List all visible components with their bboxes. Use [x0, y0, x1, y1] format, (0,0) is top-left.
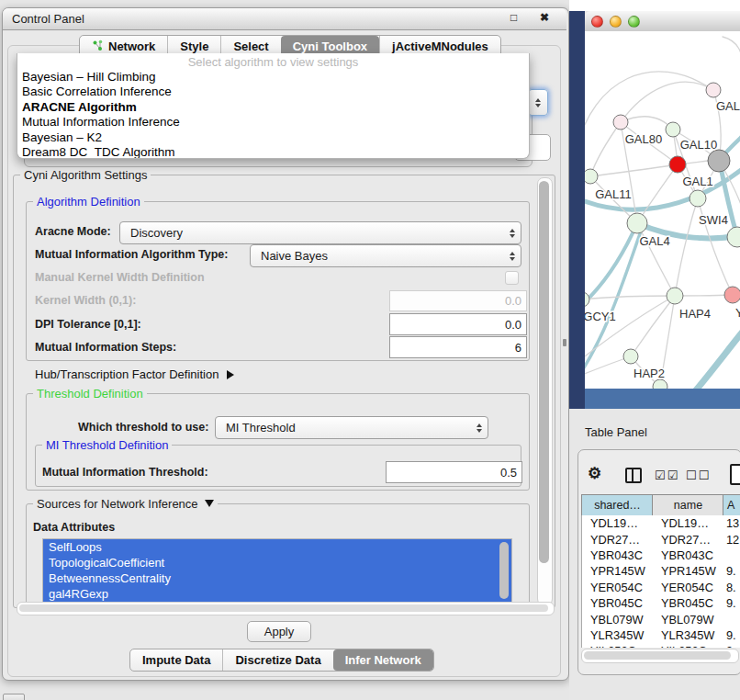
column-header-shared-name[interactable]: shared…: [581, 494, 654, 516]
hub-tf-definition-toggle[interactable]: Hub/Transcription Factor Definition: [35, 367, 234, 381]
which-threshold-combobox[interactable]: MI Threshold: [215, 416, 488, 439]
sources-title: Sources for Network Inference: [37, 497, 198, 511]
network-node-label: SWI4: [699, 213, 728, 227]
apply-button[interactable]: Apply: [247, 621, 311, 642]
close-icon[interactable]: ✖: [540, 12, 549, 23]
manual-kernel-checkbox[interactable]: [505, 271, 519, 285]
deselect-all-columns-icon[interactable]: ☐☐: [686, 469, 711, 482]
network-node-label: GAL: [716, 99, 740, 113]
network-edge[interactable]: [621, 117, 673, 130]
algorithm-option[interactable]: Basic Correlation Inference: [17, 85, 529, 99]
column-header-name[interactable]: name: [652, 494, 724, 516]
table-row[interactable]: YBR043CYBR043C: [582, 548, 740, 563]
kernel-width-field[interactable]: 0.0: [389, 290, 527, 311]
float-icon[interactable]: □: [510, 12, 517, 23]
dpi-tolerance-field[interactable]: 0.0: [389, 313, 527, 335]
data-attributes-listbox: SelfLoopsTopologicalCoefficientBetweenne…: [42, 538, 512, 606]
algorithm-dropdown: Bayesian – Hill ClimbingBasic Correlatio…: [17, 70, 529, 159]
data-attribute-item[interactable]: gal4RGexp: [43, 586, 511, 602]
network-node[interactable]: [667, 288, 683, 304]
table-row[interactable]: YDR27…YDR27…12: [582, 531, 740, 547]
mi-steps-field[interactable]: 6: [389, 336, 527, 358]
network-node[interactable]: [623, 349, 638, 364]
column-header-third[interactable]: A: [723, 494, 740, 516]
network-node[interactable]: [669, 156, 686, 173]
algorithm-option[interactable]: Mutual Information Inference: [17, 115, 529, 130]
network-edge[interactable]: [585, 296, 675, 299]
select-all-columns-icon[interactable]: ☑☑: [655, 469, 679, 482]
settings-vertical-scrollbar-thumb[interactable]: [539, 181, 549, 563]
network-edge[interactable]: [590, 164, 678, 176]
apply-button-label: Apply: [264, 625, 295, 638]
sources-toggle[interactable]: Sources for Network Inference: [33, 498, 218, 510]
mi-threshold-field[interactable]: 0.5: [386, 461, 522, 483]
network-node-label: GCY1: [585, 310, 616, 323]
mdi-background-bottom: [585, 389, 740, 409]
network-node[interactable]: [613, 115, 628, 130]
network-edge[interactable]: [675, 198, 698, 296]
mi-type-combobox[interactable]: Naive Bayes: [250, 244, 521, 267]
table-cell: 8.: [723, 581, 740, 594]
table-row[interactable]: YBL079WYBL079W: [582, 611, 740, 627]
stepper-icon: [510, 229, 515, 238]
settings-horizontal-scrollbar-thumb[interactable]: [19, 604, 548, 612]
columns-icon[interactable]: [625, 468, 642, 483]
network-edge[interactable]: [695, 327, 740, 389]
data-attribute-item[interactable]: TopologicalCoefficient: [43, 555, 511, 570]
data-attribute-item[interactable]: SelfLoops: [43, 539, 511, 555]
network-edge[interactable]: [631, 296, 675, 356]
tab-infer-network[interactable]: Infer Network: [333, 649, 433, 671]
mi-threshold-group-title: MI Threshold Definition: [42, 439, 172, 451]
network-node[interactable]: [727, 227, 740, 247]
network-node[interactable]: [585, 169, 598, 184]
tab-discretize-data[interactable]: Discretize Data: [222, 649, 332, 671]
network-edge[interactable]: [590, 122, 621, 176]
zoom-traffic-light[interactable]: [628, 16, 640, 28]
settings-vertical-scrollbar[interactable]: [537, 177, 553, 605]
close-traffic-light[interactable]: [591, 16, 603, 28]
tab-impute-data[interactable]: Impute Data: [130, 649, 222, 671]
control-panel-titlebar[interactable]: [3, 8, 566, 30]
network-node[interactable]: [666, 122, 680, 137]
table-row[interactable]: YBR045CYBR045C9.: [582, 595, 740, 611]
network-node[interactable]: [706, 83, 721, 97]
panel-divider-grip[interactable]: [563, 339, 566, 346]
aracne-mode-combobox[interactable]: Discovery: [119, 221, 521, 244]
minimized-panel-button[interactable]: [3, 694, 25, 700]
control-panel-title: Control Panel: [12, 13, 84, 25]
network-node[interactable]: [585, 292, 589, 307]
network-node[interactable]: [690, 190, 706, 207]
table-row[interactable]: YER054CYER054C8.: [582, 580, 740, 595]
minimize-traffic-light[interactable]: [610, 16, 622, 28]
network-window-titlebar[interactable]: [585, 11, 740, 32]
data-attributes-label: Data Attributes: [33, 522, 115, 534]
tab-label: Infer Network: [345, 653, 421, 667]
settings-horizontal-scrollbar[interactable]: [17, 602, 555, 615]
bottom-tabbar: Impute Data Discretize Data Infer Networ…: [129, 649, 434, 672]
table-horizontal-scrollbar[interactable]: [581, 649, 739, 663]
algorithm-option[interactable]: ARACNE Algorithm: [17, 100, 529, 115]
list-scrollbar-thumb[interactable]: [499, 542, 509, 599]
network-edge[interactable]: [621, 82, 713, 122]
network-node[interactable]: [653, 379, 667, 389]
table-row[interactable]: YPR145WYPR145W9.: [582, 563, 740, 579]
network-node[interactable]: [627, 213, 647, 233]
table-row[interactable]: YLR345WYLR345W9.: [582, 627, 740, 643]
network-edge[interactable]: [723, 37, 740, 68]
algorithm-option[interactable]: Bayesian – K2: [17, 130, 529, 145]
network-node[interactable]: [724, 287, 740, 303]
hidden-combobox-stepper[interactable]: [528, 89, 548, 116]
network-canvas[interactable]: GALGAL80GAL10GAL11GAL1SWI4GAL4GCY1HAP4YH…: [585, 31, 740, 389]
table-row[interactable]: YDL19…YDL19…13: [582, 515, 740, 531]
export-table-icon[interactable]: [730, 464, 740, 485]
gear-icon[interactable]: ⚙: [588, 464, 601, 483]
table-row[interactable]: YIL052CYIL052C9: [582, 643, 740, 648]
algorithm-option[interactable]: Bayesian – Hill Climbing: [17, 70, 529, 85]
stepper-icon: [510, 252, 515, 261]
data-attribute-item[interactable]: BetweennessCentrality: [43, 570, 511, 586]
caret-down-icon: [205, 500, 214, 507]
table-horizontal-scrollbar-thumb[interactable]: [584, 651, 731, 660]
network-node[interactable]: [708, 150, 730, 172]
algorithm-option[interactable]: Dream8 DC_TDC Algorithm: [17, 145, 529, 159]
network-edge[interactable]: [637, 164, 678, 223]
